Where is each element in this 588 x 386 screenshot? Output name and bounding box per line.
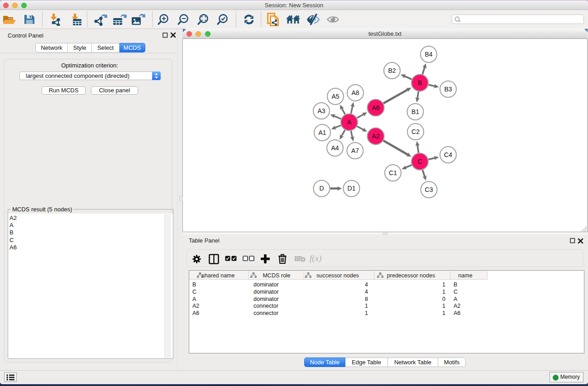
svg-text:A8: A8 <box>351 89 359 96</box>
svg-text:A3: A3 <box>317 107 325 114</box>
svg-text:B: B <box>418 79 422 86</box>
svg-text:A6: A6 <box>372 104 379 111</box>
svg-text:C2: C2 <box>411 128 420 135</box>
svg-text:B4: B4 <box>425 51 432 58</box>
svg-text:C4: C4 <box>444 151 452 158</box>
svg-text:B2: B2 <box>388 67 396 74</box>
svg-text:B3: B3 <box>444 86 452 93</box>
svg-text:D: D <box>319 185 324 192</box>
svg-text:C1: C1 <box>389 169 397 176</box>
svg-text:A7: A7 <box>351 147 359 154</box>
svg-text:A: A <box>347 119 352 126</box>
svg-text:C3: C3 <box>425 186 433 193</box>
svg-text:D1: D1 <box>348 185 356 192</box>
svg-text:B1: B1 <box>411 108 419 115</box>
svg-text:A4: A4 <box>331 144 339 152</box>
svg-text:C: C <box>417 158 422 165</box>
svg-text:A2: A2 <box>372 133 379 140</box>
svg-text:A5: A5 <box>331 93 339 100</box>
svg-text:A1: A1 <box>318 129 326 136</box>
